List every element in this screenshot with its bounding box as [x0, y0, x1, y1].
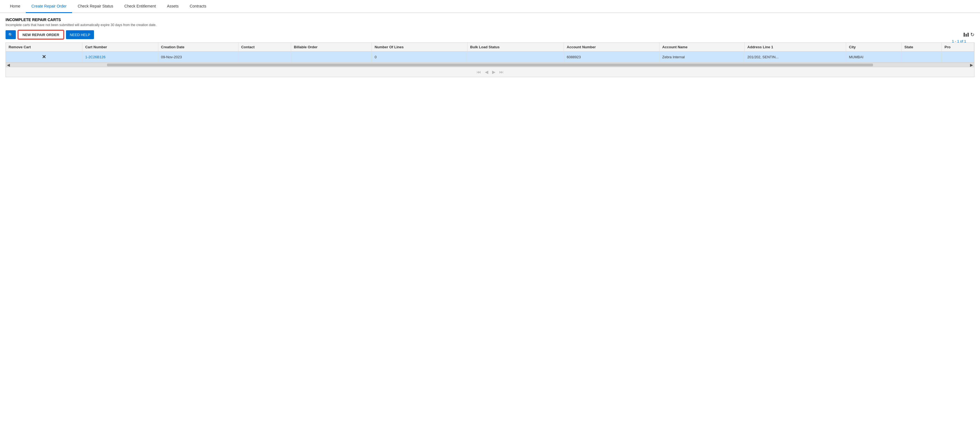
cell-state — [902, 52, 942, 62]
refresh-icon[interactable]: ↻ — [970, 32, 974, 38]
col-header-cart-number: Cart Number — [82, 43, 158, 52]
cart-number-link[interactable]: 1-2C26B126 — [85, 55, 105, 59]
col-header-city: City — [846, 43, 902, 52]
search-icon: 🔍 — [8, 33, 13, 37]
repair-carts-table: Remove CartCart NumberCreation DateConta… — [6, 43, 974, 62]
nav-item-assets[interactable]: Assets — [161, 0, 184, 13]
remove-cart-icon[interactable]: ✕ — [42, 54, 46, 60]
bottom-bar: ◀ ▶ ⏮ ◀ ▶ ⏭ — [6, 62, 974, 77]
col-header-number-of-lines: Number Of Lines — [372, 43, 468, 52]
table-body: ✕1-2C26B12609-Nov-202306088923Zebra Inte… — [6, 52, 974, 62]
cell-billable_order — [291, 52, 372, 62]
table-row: ✕1-2C26B12609-Nov-202306088923Zebra Inte… — [6, 52, 974, 62]
nav-item-check-repair-status[interactable]: Check Repair Status — [72, 0, 119, 13]
nav-item-contracts[interactable]: Contracts — [184, 0, 212, 13]
horizontal-scrollbar[interactable]: ◀ ▶ — [6, 63, 974, 67]
cell-account_name: Zebra Internal — [659, 52, 745, 62]
col-header-billable-order: Billable Order — [291, 43, 372, 52]
nav-item-home[interactable]: Home — [5, 0, 26, 13]
next-page-button[interactable]: ▶ — [491, 69, 496, 75]
cell-bulk_load_status — [467, 52, 564, 62]
prev-page-button[interactable]: ◀ — [484, 69, 489, 75]
last-page-button[interactable]: ⏭ — [498, 69, 505, 75]
cell-pro — [942, 52, 974, 62]
col-header-state: State — [902, 43, 942, 52]
section-title: INCOMPLETE REPAIR CARTS — [6, 18, 974, 22]
cell-address_line_1: 201/202, SENTIN... — [745, 52, 846, 62]
section-subtitle: Incomplete carts that have not been subm… — [6, 23, 974, 27]
cell-contact — [238, 52, 291, 62]
repair-carts-table-wrapper: Remove CartCart NumberCreation DateConta… — [6, 43, 974, 77]
scroll-left-button[interactable]: ◀ — [7, 63, 10, 67]
col-header-account-number: Account Number — [564, 43, 660, 52]
nav-item-create-repair-order[interactable]: Create Repair Order — [26, 0, 72, 13]
toolbar: 🔍 NEW REPAIR ORDER NEED HELP ↻ — [6, 30, 974, 39]
column-view-icon[interactable] — [964, 33, 969, 37]
col-header-contact: Contact — [238, 43, 291, 52]
cell-creation_date: 09-Nov-2023 — [158, 52, 238, 62]
nav-bar: HomeCreate Repair OrderCheck Repair Stat… — [0, 0, 980, 13]
new-repair-order-button[interactable]: NEW REPAIR ORDER — [18, 30, 64, 39]
cell-number_of_lines: 0 — [372, 52, 468, 62]
table-header: Remove CartCart NumberCreation DateConta… — [6, 43, 974, 52]
col-header-pro: Pro — [942, 43, 974, 52]
col-header-account-name: Account Name — [659, 43, 745, 52]
first-page-button[interactable]: ⏮ — [476, 69, 482, 75]
need-help-button[interactable]: NEED HELP — [66, 30, 94, 39]
toolbar-right: ↻ — [964, 32, 974, 38]
cell-city: MUMBAI — [846, 52, 902, 62]
col-header-remove-cart: Remove Cart — [6, 43, 82, 52]
col-header-creation-date: Creation Date — [158, 43, 238, 52]
nav-item-check-entitlement[interactable]: Check Entitlement — [119, 0, 162, 13]
search-button[interactable]: 🔍 — [6, 30, 16, 39]
scroll-thumb[interactable] — [107, 64, 873, 66]
col-header-address-line-1: Address Line 1 — [745, 43, 846, 52]
cell-account_number: 6088923 — [564, 52, 660, 62]
scroll-right-button[interactable]: ▶ — [970, 63, 973, 67]
col-header-bulk-load-status: Bulk Load Status — [467, 43, 564, 52]
pagination-controls: ⏮ ◀ ▶ ⏭ — [6, 67, 974, 77]
